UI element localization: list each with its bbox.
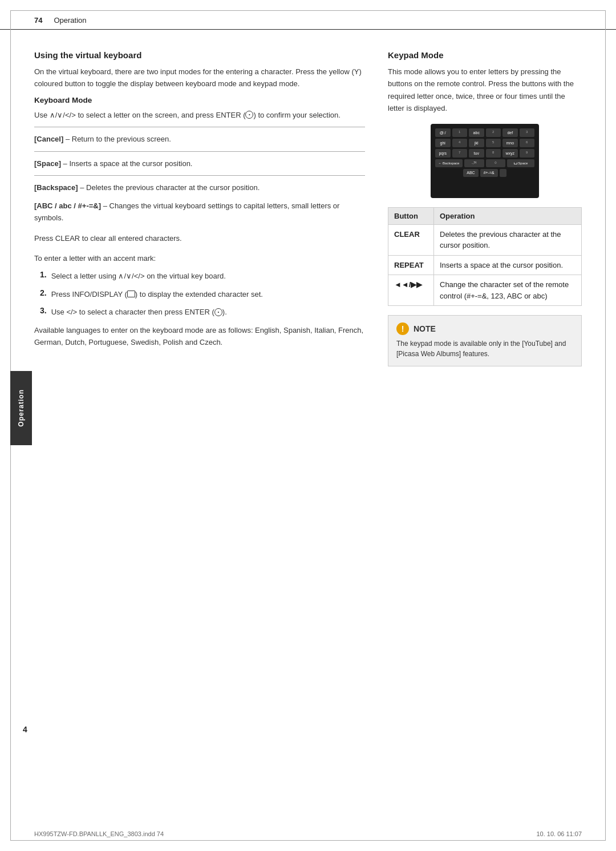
nav-arrows-text: ∧/∨/</> (50, 111, 76, 119)
press-clear-text: Press CLEAR to clear all entered charact… (34, 234, 182, 243)
keyboard-mode-title: Keyboard Mode (34, 96, 365, 104)
keyboard-mode-para: Use ∧/∨/</> to select a letter on the sc… (34, 109, 365, 121)
note-header: ! NOTE (396, 322, 573, 335)
kbd-cell-9: 9 (520, 149, 535, 158)
right-column: Keypad Mode This mode allows you to ente… (388, 50, 582, 366)
kbd-cell-at: @:/ (435, 128, 451, 137)
note-box: ! NOTE The keypad mode is available only… (388, 315, 582, 366)
chapter-label: Operation (17, 389, 25, 427)
abc-label: [ABC / abc / #+-=&] (34, 201, 101, 210)
page-number: 74 (34, 16, 42, 25)
main-section-title: Using the virtual keyboard (34, 50, 365, 60)
kbd-cell-space: ⌴ Space (507, 159, 534, 167)
kbd-cell-6: 6 (520, 139, 535, 147)
page-border-bottom (10, 840, 606, 841)
kbd-cell-5: 5 (486, 139, 501, 147)
cancel-para: [Cancel] – Return to the previous screen… (34, 133, 365, 145)
kbd-row-2: ghi 4 jkl 5 mno 6 (435, 139, 534, 147)
abc-para: [ABC / abc / #+-=&] – Changes the virtua… (34, 200, 365, 224)
step3-item: 3. Use </> to select a character then pr… (40, 306, 365, 318)
table-row: ◄◄/▶▶ Change the character set of the re… (388, 275, 582, 306)
kbd-row-1: @:/ 1 abc 2 def 3 (435, 128, 534, 137)
page-header-title: Operation (54, 16, 86, 25)
cancel-dash: – (63, 135, 70, 143)
step3-num: 3. (40, 306, 47, 318)
page-border-right (605, 10, 606, 841)
footer-left: HX995TZW-FD.BPANLLK_ENG_3803.indd 74 (34, 830, 164, 837)
kbd-cell-abc: abc (469, 128, 484, 137)
step1-item: 1. Select a letter using ∧/∨/</> on the … (40, 270, 365, 282)
kbd-cell-7: 7 (452, 149, 468, 158)
divider3 (34, 175, 365, 176)
kbd-cell-8: 8 (486, 149, 501, 158)
step3-text: Use </> to select a character then press… (51, 306, 227, 318)
operation-cell-repeat: Inserts a space at the cursor position. (434, 255, 582, 275)
display-icon (127, 291, 135, 297)
keyboard-image: @:/ 1 abc 2 def 3 ghi 4 jkl 5 mno 6 pqrs… (431, 124, 539, 198)
note-text: The keypad mode is available only in the… (396, 338, 573, 359)
keypad-mode-title: Keypad Mode (388, 50, 582, 60)
space-text: Inserts a space at the cursor position. (67, 159, 193, 168)
button-cell-repeat: REPEAT (388, 255, 434, 275)
kbd-cell-symbols: .,?! (464, 159, 484, 167)
operation-cell-clear: Deletes the previous character at the cu… (434, 224, 582, 255)
kbd-cell-pqrs: pqrs (435, 149, 451, 158)
kbd-bottom-abc: ABC (463, 169, 478, 176)
kbd-cell-1: 1 (452, 128, 468, 137)
left-column: Using the virtual keyboard On the virtua… (34, 50, 365, 366)
backspace-dash: – (78, 183, 84, 192)
kbd-row-4: ← Backspace .,?! 0 ⌴ Space (435, 159, 534, 167)
languages-para: Available languages to enter on the keyb… (34, 324, 365, 349)
table-header-row: Button Operation (388, 207, 582, 224)
kbd-cell-tuv: tuv (469, 149, 484, 158)
table-row: CLEAR Deletes the previous character at … (388, 224, 582, 255)
space-label: [Space] (34, 159, 61, 168)
step1-text: Select a letter using ∧/∨/</> on the vir… (51, 270, 226, 282)
step1-num: 1. (40, 270, 47, 282)
note-icon: ! (396, 322, 409, 335)
kbd-cell-2: 2 (486, 128, 501, 137)
kbd-cell-3: 3 (520, 128, 535, 137)
step2-item: 2. Press INFO/DISPLAY () to display the … (40, 288, 365, 300)
backspace-label: [Backspace] (34, 183, 78, 192)
backspace-para: [Backspace] – Deletes the previous chara… (34, 182, 365, 193)
abc-dash: – (101, 201, 107, 210)
page-header: 74 Operation (0, 0, 616, 30)
accent-intro-text: To enter a letter with an accent mark: (34, 254, 156, 263)
enter-icon (245, 111, 253, 119)
table-row: REPEAT Inserts a space at the cursor pos… (388, 255, 582, 275)
intro-paragraph: On the virtual keyboard, there are two i… (34, 66, 365, 90)
arrow-icon: ◄◄/▶▶ (394, 280, 422, 289)
kbd-cell-0: 0 (486, 159, 506, 167)
step2-num: 2. (40, 288, 47, 300)
button-cell-clear: CLEAR (388, 224, 434, 255)
page-border-top (10, 10, 606, 11)
enter-icon2 (214, 308, 222, 316)
kbd-bottom-row: ABC #+-=& (435, 169, 534, 176)
kbd-cell-jkl: jkl (469, 139, 484, 147)
kbd-cell-def: def (502, 128, 518, 137)
divider2 (34, 151, 365, 152)
col-operation: Operation (434, 207, 582, 224)
chapter-number: 4 (23, 725, 27, 734)
space-dash: – (61, 159, 67, 168)
nav-arrows2: ∧/∨/</> (118, 272, 144, 280)
col-button: Button (388, 207, 434, 224)
button-cell-arrows: ◄◄/▶▶ (388, 275, 434, 306)
kbd-cell-4: 4 (452, 139, 468, 147)
page-footer: HX995TZW-FD.BPANLLK_ENG_3803.indd 74 10.… (34, 830, 582, 837)
accent-intro: To enter a letter with an accent mark: (34, 252, 365, 264)
step2-text: Press INFO/DISPLAY () to display the ext… (51, 288, 263, 300)
chapter-tab: 4 Operation (10, 371, 32, 445)
note-title: NOTE (414, 323, 436, 335)
divider1 (34, 127, 365, 127)
kbd-bottom-special: #+-=& (480, 169, 498, 176)
kbd-row-3: pqrs 7 tuv 8 wxyz 9 (435, 149, 534, 158)
operation-table: Button Operation CLEAR Deletes the previ… (388, 207, 582, 306)
kbd-cell-wxyz: wxyz (502, 149, 518, 158)
content-area: Using the virtual keyboard On the virtua… (0, 30, 616, 366)
press-clear-para: Press CLEAR to clear all entered charact… (34, 232, 365, 244)
space-para: [Space] – Inserts a space at the cursor … (34, 158, 365, 170)
cancel-label: [Cancel] (34, 135, 63, 143)
kbd-cell-mno: mno (502, 139, 518, 147)
